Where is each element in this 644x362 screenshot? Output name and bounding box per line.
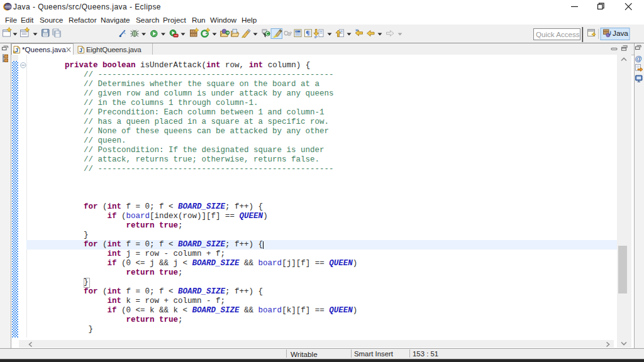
svg-text:@: @ xyxy=(635,55,642,62)
svg-text:J: J xyxy=(79,47,83,53)
svg-text:Java: Java xyxy=(613,29,628,38)
